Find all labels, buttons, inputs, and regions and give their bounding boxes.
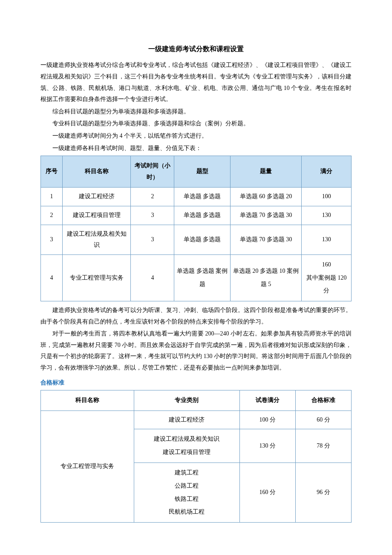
cell-qty: 单选题 70 多选题 30 — [230, 206, 302, 225]
cell-category: 建设工程经济 — [134, 410, 239, 429]
cell-full: 130 — [302, 225, 352, 254]
cell-type: 单选题 多选题 案例题 — [174, 254, 230, 301]
cell-pass: 60 分 — [295, 410, 351, 429]
pass-standard-heading: 合格标准 — [40, 377, 352, 389]
th-index: 序号 — [41, 156, 63, 188]
table-header-row: 科目名称 专业类别 试卷满分 合格标准 — [41, 390, 352, 411]
table-row: 专业工程管理与实务 建设工程经济 100 分 60 分 — [41, 410, 352, 429]
th-full-score: 试卷满分 — [239, 390, 295, 411]
cell-idx: 3 — [41, 225, 63, 254]
cell-qty: 单选题 60 多选题 20 — [230, 188, 302, 206]
th-subject: 科目名称 — [63, 156, 131, 188]
cell-idx: 2 — [41, 206, 63, 225]
cell-full: 130 分 — [239, 429, 295, 463]
cell-full: 100 — [302, 188, 352, 206]
cell-hours: 3 — [131, 225, 174, 254]
th-full: 满分 — [302, 156, 352, 188]
th-subject-name: 科目名称 — [41, 390, 134, 411]
intro-paragraph: 一级建造师执业资格考试分综合考试和专业考试，综合考试包括《建设工程经济》、《建设… — [40, 60, 352, 105]
cell-name: 建设工程法规及相关知识 — [63, 225, 131, 254]
cell-hours: 3 — [131, 206, 174, 225]
cell-full: 160 分 — [239, 463, 295, 523]
cell-pass: 78 分 — [295, 429, 351, 463]
th-type: 题型 — [174, 156, 230, 188]
cell-category: 建设工程法规及相关知识建设工程项目管理 — [134, 429, 239, 463]
cell-category: 建筑工程公路工程铁路工程民航机场工程 — [134, 463, 239, 523]
cell-pass: 96 分 — [295, 463, 351, 523]
th-category: 专业类别 — [134, 390, 239, 411]
bullet-line: 综合科目试题的题型分为单项选择题和多项选择题。 — [40, 106, 352, 118]
cell-qty: 单选题 20 多选题 10 案例题 5 — [230, 254, 302, 301]
cell-name: 建设工程项目管理 — [63, 206, 131, 225]
cell-hours: 4 — [131, 254, 174, 301]
cell-name: 建设工程经济 — [63, 188, 131, 206]
table-row: 3 建设工程法规及相关知识 3 单选题 多选题 单选题 70 多选题 30 13… — [41, 225, 352, 254]
cell-hours: 2 — [131, 188, 174, 206]
th-hours: 考试时间（小时） — [131, 156, 174, 188]
cell-type: 单选题 多选题 — [174, 206, 230, 225]
cell-subject: 专业工程管理与实务 — [41, 410, 134, 522]
cell-idx: 1 — [41, 188, 63, 206]
page-title: 一级建造师考试分数和课程设置 — [40, 43, 352, 55]
cell-name: 专业工程管理与实务 — [63, 254, 131, 301]
cell-full: 160其中案例题 120分 — [302, 254, 352, 301]
bullet-line: 一级建造师各科目考试时间、题型、题量、分值见下表： — [40, 143, 352, 154]
table-header-row: 序号 科目名称 考试时间（小时） 题型 题量 满分 — [41, 156, 352, 188]
cell-type: 单选题 多选题 — [174, 225, 230, 254]
cell-full: 130 — [302, 206, 352, 225]
exam-details-table: 序号 科目名称 考试时间（小时） 题型 题量 满分 1 建设工程经济 2 单选题… — [40, 156, 352, 301]
pass-standard-table: 科目名称 专业类别 试卷满分 合格标准 专业工程管理与实务 建设工程经济 100… — [40, 390, 352, 523]
bullet-line: 专业科目试题的题型分为单项选择题、多项选择题和综合（案例）分析题。 — [40, 118, 352, 130]
cell-qty: 单选题 70 多选题 30 — [230, 225, 302, 254]
post-paragraph-1: 建造师执业资格考试的备考可以分为听课、复习、冲刺、临场四个阶段。这四个阶段都是准… — [40, 305, 352, 327]
cell-idx: 4 — [41, 254, 63, 301]
cell-type: 单选题 多选题 — [174, 188, 230, 206]
table-row: 4 专业工程管理与实务 4 单选题 多选题 案例题 单选题 20 多选题 10 … — [41, 254, 352, 301]
bullet-line: 一级建造师考试时间分为 4 个半天，以纸笔作答方式进行。 — [40, 130, 352, 142]
table-row: 2 建设工程项目管理 3 单选题 多选题 单选题 70 多选题 30 130 — [41, 206, 352, 225]
cell-full: 100 分 — [239, 410, 295, 429]
post-paragraph-2: 对于一般的考生而言，将四本教材认真地看一遍大约需要 200—240 小时左右。如… — [40, 328, 352, 373]
th-qty: 题量 — [230, 156, 302, 188]
table-row: 1 建设工程经济 2 单选题 多选题 单选题 60 多选题 20 100 — [41, 188, 352, 206]
th-pass-score: 合格标准 — [295, 390, 351, 411]
